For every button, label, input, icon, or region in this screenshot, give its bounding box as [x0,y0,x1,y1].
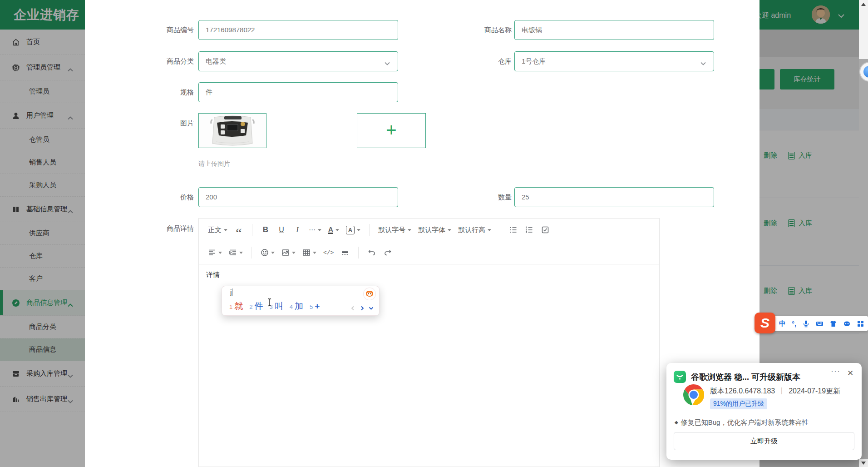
redo-button[interactable] [381,245,394,260]
more-styles-dropdown[interactable]: ⋯ [307,223,323,237]
image-dropdown[interactable] [280,245,297,260]
ime-candidates: 1就 2件 3叫 4加 5+ [229,300,320,312]
version-text: 版本126.0.6478.183 [710,387,775,395]
microphone-icon[interactable] [802,320,810,328]
ime-pager [350,304,374,313]
adoption-badge: 91%的用户已升级 [710,398,767,409]
keyboard-icon[interactable] [816,320,824,328]
ime-mode-chinese[interactable]: 中 [779,319,786,328]
editor-toolbar-row2: </> [199,241,659,264]
font-size-dropdown[interactable]: 默认字号 [376,223,413,237]
task-list-button[interactable] [539,223,552,237]
emoji-dropdown[interactable] [259,245,276,260]
scrollbar-bottom[interactable] [859,459,868,467]
warehouse-label: 仓库 [430,57,512,66]
ime-expand-icon[interactable] [369,304,374,313]
horizontal-rule-button[interactable] [339,245,351,260]
image-label: 图片 [112,119,194,128]
blockquote-button[interactable]: “ [232,223,245,237]
quantity-input[interactable]: 25 [514,187,714,207]
warehouse-select[interactable]: 1号仓库 [514,51,714,71]
chrome-update-notification: 谷歌浏览器 稳... 可升级新版本 ··· ✕ 版本126.0.6478.183… [666,363,862,460]
upload-image-button[interactable]: + [357,113,426,148]
notification-title: 谷歌浏览器 稳... 可升级新版本 [691,372,800,383]
more-grid-icon[interactable] [857,320,864,328]
product-image-thumbnail[interactable] [198,113,266,148]
spec-label: 规格 [112,88,194,97]
release-note: ◆修复已知Bug，优化客户端对新系统兼容性 [675,418,809,427]
scrollbar-thumb[interactable] [859,0,868,59]
update-date: 2024-07-19更新 [789,387,840,395]
version-line: 版本126.0.6478.183丨2024-07-19更新 [710,387,840,396]
text-caret [220,271,220,278]
screen: 企业进销存 欢迎 admin 首页 管理员管理 管理员 [0,0,868,467]
sogou-logo[interactable]: S [755,313,775,333]
ime-pinyin: j [230,288,232,297]
product-no-input[interactable]: 1721609878022 [198,20,398,40]
software-manager-icon [674,371,686,383]
font-color-dropdown[interactable]: A [326,223,341,237]
bold-button[interactable]: B [259,223,272,237]
bg-color-dropdown[interactable]: A [344,223,362,237]
table-dropdown[interactable] [301,245,318,260]
ime-candidate-window: j 1就 2件 3叫 4加 5+ [222,286,380,316]
align-dropdown[interactable] [206,245,224,260]
quantity-label: 数量 [430,193,512,202]
product-no-label: 商品编号 [112,26,194,35]
emoji-panel-icon[interactable] [843,320,851,328]
scroll-down-icon[interactable] [861,462,866,465]
product-edit-dialog: 商品编号 1721609878022 商品名称 电饭锅 商品分类 电器类 仓库 … [85,0,760,467]
ime-candidate[interactable]: 1就 [229,300,243,312]
undo-button[interactable] [365,245,378,260]
ime-candidate[interactable]: 4加 [290,300,303,312]
detail-label: 商品详情 [112,224,194,233]
underline-button[interactable]: U [275,223,288,237]
plus-icon: + [386,120,396,140]
scroll-up-icon[interactable] [861,3,866,6]
more-icon[interactable]: ··· [831,367,840,376]
indent-dropdown[interactable] [227,245,245,260]
price-input[interactable]: 200 [198,187,398,207]
diamond-bullet-icon: ◆ [675,420,678,425]
skin-icon[interactable] [829,320,837,328]
ime-next-icon[interactable] [360,304,365,313]
spec-input[interactable]: 件 [198,82,398,102]
ime-prev-icon[interactable] [350,304,355,313]
upload-hint: 请上传图片 [198,160,230,168]
italic-button[interactable]: I [291,223,304,237]
editor-toolbar-row1: 正文 “ B U I ⋯ A A 默认字号 默认字体 默认行高 [199,219,659,241]
ime-candidate[interactable]: 2件 [249,300,263,312]
category-label: 商品分类 [112,57,194,66]
product-name-input[interactable]: 电饭锅 [514,20,714,40]
upgrade-now-button[interactable]: 立即升级 [674,432,854,450]
chevron-down-icon [700,59,706,67]
floating-ball-icon [863,66,868,78]
code-button[interactable]: </> [321,245,335,260]
product-name-label: 商品名称 [430,26,512,35]
mouse-ibeam-cursor [267,298,272,308]
ime-assistant-icon[interactable] [364,288,375,300]
editor-text: 详情 [206,271,220,278]
chevron-down-icon [385,59,390,67]
category-select[interactable]: 电器类 [198,51,398,71]
rich-text-editor: 正文 “ B U I ⋯ A A 默认字号 默认字体 默认行高 [198,218,660,467]
bullet-list-button[interactable] [507,223,520,237]
price-label: 价格 [112,193,194,202]
paragraph-style-dropdown[interactable]: 正文 [206,223,229,237]
close-icon[interactable]: ✕ [847,368,853,378]
font-family-dropdown[interactable]: 默认字体 [416,223,453,237]
ime-candidate[interactable]: 5+ [310,301,320,311]
line-height-dropdown[interactable]: 默认行高 [456,223,493,237]
ime-punctuation[interactable]: °, [792,320,796,328]
sogou-toolbar: 中 °, [773,316,868,331]
chrome-logo [683,384,705,406]
ordered-list-button[interactable] [523,223,536,237]
